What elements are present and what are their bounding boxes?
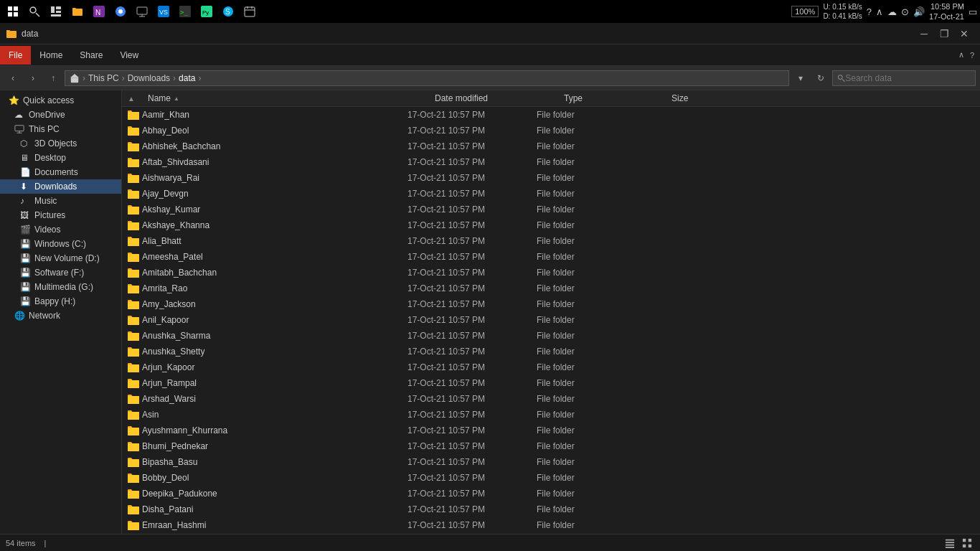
path-dropdown-button[interactable]: ▾ [792, 70, 809, 87]
sidebar-item-windows-c[interactable]: 💾 Windows (C:) [0, 237, 121, 251]
pc-icon[interactable] [132, 1, 152, 22]
refresh-button[interactable]: ↻ [812, 70, 829, 87]
speaker-icon[interactable]: 🔊 [913, 6, 925, 17]
vscode-icon[interactable]: VS [154, 1, 174, 22]
sidebar-item-3d-objects[interactable]: ⬡ 3D Objects [0, 136, 121, 151]
table-row[interactable]: Abhay_Deol 17-Oct-21 10:57 PM File folde… [122, 123, 980, 138]
tab-file[interactable]: File [0, 46, 31, 65]
folder-icon [128, 362, 139, 372]
table-row[interactable]: Disha_Patani 17-Oct-21 10:57 PM File fol… [122, 501, 980, 517]
tab-home[interactable]: Home [31, 46, 71, 65]
tab-share[interactable]: Share [71, 46, 111, 65]
table-row[interactable]: Emraan_Hashmi 17-Oct-21 10:57 PM File fo… [122, 517, 980, 533]
file-type: File folder [537, 441, 644, 451]
chevron-up-icon[interactable]: ∧ [876, 6, 883, 17]
network-speeds: U: 0.15 kB/s D: 0.41 kB/s [823, 2, 862, 21]
table-row[interactable]: Arjun_Rampal 17-Oct-21 10:57 PM File fol… [122, 375, 980, 391]
file-name: Amitabh_Bachchan [142, 268, 407, 278]
sidebar-item-network[interactable]: 🌐 Network [0, 309, 121, 323]
folder-icon [128, 520, 139, 530]
task-view-icon[interactable] [46, 1, 66, 22]
large-icons-view-button[interactable] [960, 536, 974, 550]
show-desktop-button[interactable]: ▭ [969, 6, 977, 17]
ribbon-collapse-button[interactable]: ∧ [958, 50, 964, 60]
sidebar-item-this-pc[interactable]: This PC [0, 122, 121, 136]
pycharm-icon[interactable]: Py [197, 1, 217, 22]
sidebar-item-videos[interactable]: 🎬 Videos [0, 222, 121, 237]
table-row[interactable]: Deepika_Padukone 17-Oct-21 10:57 PM File… [122, 486, 980, 501]
path-data[interactable]: data [179, 73, 195, 83]
table-row[interactable]: Aishwarya_Rai 17-Oct-21 10:57 PM File fo… [122, 170, 980, 186]
search-box[interactable] [832, 70, 976, 86]
svg-line-5 [36, 13, 39, 17]
forward-button[interactable]: › [24, 70, 42, 87]
file-explorer-icon[interactable] [67, 1, 88, 22]
sidebar-item-music[interactable]: ♪ Music [0, 194, 121, 208]
table-row[interactable]: Akshay_Kumar 17-Oct-21 10:57 PM File fol… [122, 202, 980, 217]
col-header-size[interactable]: Size [666, 92, 738, 105]
table-row[interactable]: Alia_Bhatt 17-Oct-21 10:57 PM File folde… [122, 233, 980, 249]
cloud-icon[interactable]: ☁ [887, 6, 897, 17]
file-date: 17-Oct-21 10:57 PM [407, 489, 537, 499]
col-header-name[interactable]: Name ▲ [142, 92, 429, 105]
search-taskbar-icon[interactable] [24, 1, 44, 22]
table-row[interactable]: Amitabh_Bachchan 17-Oct-21 10:57 PM File… [122, 265, 980, 281]
table-row[interactable]: Arshad_Warsi 17-Oct-21 10:57 PM File fol… [122, 391, 980, 407]
minimize-button[interactable]: ─ [914, 24, 934, 44]
sidebar-item-multimedia-g[interactable]: 💾 Multimedia (G:) [0, 280, 121, 294]
back-button[interactable]: ‹ [4, 70, 22, 87]
address-path[interactable]: › This PC › Downloads › data › [65, 70, 789, 86]
table-row[interactable]: Aamir_Khan 17-Oct-21 10:57 PM File folde… [122, 107, 980, 123]
home-icon [70, 73, 80, 83]
ribbon-help-button[interactable]: ? [970, 51, 974, 60]
sidebar-item-quick-access[interactable]: ⭐ Quick access [0, 93, 121, 108]
help-icon[interactable]: ? [867, 6, 872, 17]
table-row[interactable]: Aftab_Shivdasani 17-Oct-21 10:57 PM File… [122, 154, 980, 170]
tab-view[interactable]: View [111, 46, 147, 65]
table-row[interactable]: Bhumi_Pednekar 17-Oct-21 10:57 PM File f… [122, 438, 980, 454]
table-row[interactable]: Anushka_Sharma 17-Oct-21 10:57 PM File f… [122, 328, 980, 344]
details-view-button[interactable] [943, 536, 957, 550]
table-row[interactable]: Arjun_Kapoor 17-Oct-21 10:57 PM File fol… [122, 359, 980, 375]
sidebar-item-onedrive[interactable]: ☁ OneDrive [0, 108, 121, 122]
table-row[interactable]: Amrita_Rao 17-Oct-21 10:57 PM File folde… [122, 281, 980, 296]
table-row[interactable]: Bobby_Deol 17-Oct-21 10:57 PM File folde… [122, 470, 980, 486]
table-row[interactable]: Ayushmann_Khurrana 17-Oct-21 10:57 PM Fi… [122, 423, 980, 438]
chrome-icon[interactable] [110, 1, 131, 22]
wifi-icon[interactable]: ⊙ [901, 6, 909, 17]
table-row[interactable]: Ameesha_Patel 17-Oct-21 10:57 PM File fo… [122, 249, 980, 265]
sidebar-item-bappy-h[interactable]: 💾 Bappy (H:) [0, 294, 121, 309]
sidebar-item-software-f[interactable]: 💾 Software (F:) [0, 265, 121, 280]
sidebar-item-new-volume-d[interactable]: 💾 New Volume (D:) [0, 251, 121, 265]
taskbar-right: 100% U: 0.15 kB/s D: 0.41 kB/s ? ∧ ☁ ⊙ 🔊… [791, 1, 977, 22]
sidebar-item-desktop[interactable]: 🖥 Desktop [0, 151, 121, 165]
close-button[interactable]: ✕ [954, 24, 974, 44]
path-this-pc[interactable]: This PC [88, 73, 119, 83]
terminal-icon[interactable]: >_ [175, 1, 195, 22]
sidebar-label-network: Network [29, 311, 60, 321]
table-row[interactable]: Anil_Kapoor 17-Oct-21 10:57 PM File fold… [122, 312, 980, 328]
col-header-date[interactable]: Date modified [429, 92, 558, 105]
sidebar-item-downloads[interactable]: ⬇ Downloads [0, 179, 121, 194]
onenote-icon[interactable]: N [89, 1, 109, 22]
sidebar-item-pictures[interactable]: 🖼 Pictures [0, 208, 121, 222]
calendar-icon[interactable] [240, 1, 260, 22]
table-row[interactable]: Asin 17-Oct-21 10:57 PM File folder [122, 407, 980, 423]
skype-icon[interactable]: S [218, 1, 238, 22]
table-row[interactable]: Ajay_Devgn 17-Oct-21 10:57 PM File folde… [122, 186, 980, 202]
table-row[interactable]: Esha_Gupta 17-Oct-21 10:57 PM File folde… [122, 533, 980, 534]
table-row[interactable]: Bipasha_Basu 17-Oct-21 10:57 PM File fol… [122, 454, 980, 470]
table-row[interactable]: Abhishek_Bachchan 17-Oct-21 10:57 PM Fil… [122, 138, 980, 154]
table-row[interactable]: Akshaye_Khanna 17-Oct-21 10:57 PM File f… [122, 217, 980, 233]
path-downloads[interactable]: Downloads [128, 73, 170, 83]
start-button[interactable] [3, 1, 23, 22]
file-type: File folder [537, 489, 644, 499]
table-row[interactable]: Amy_Jackson 17-Oct-21 10:57 PM File fold… [122, 296, 980, 312]
restore-button[interactable]: ❐ [934, 24, 954, 44]
col-header-type[interactable]: Type [558, 92, 666, 105]
table-row[interactable]: Anushka_Shetty 17-Oct-21 10:57 PM File f… [122, 344, 980, 359]
sidebar-item-documents[interactable]: 📄 Documents [0, 165, 121, 179]
search-input[interactable] [845, 73, 971, 83]
computer-icon [14, 124, 24, 134]
up-button[interactable]: ↑ [44, 70, 62, 87]
